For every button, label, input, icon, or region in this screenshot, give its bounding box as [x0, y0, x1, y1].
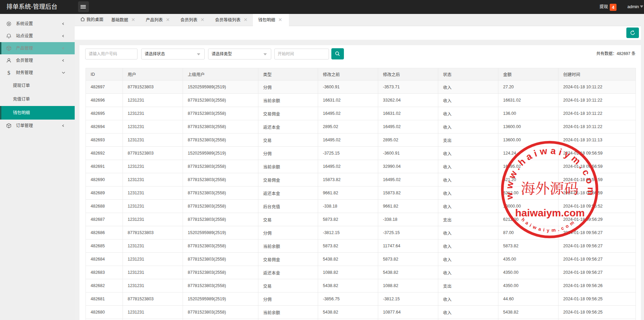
svg-text:$: $: [7, 70, 11, 75]
